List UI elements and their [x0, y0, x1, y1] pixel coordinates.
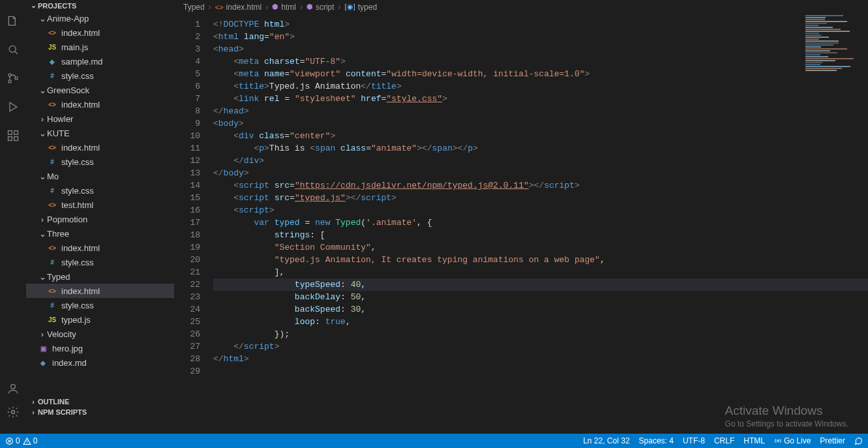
file-index-html[interactable]: <>index.html: [26, 97, 174, 112]
file-style-css[interactable]: #style.css: [26, 68, 174, 83]
search-icon[interactable]: [4, 40, 22, 59]
file-style-css[interactable]: #style.css: [26, 183, 174, 198]
svg-point-1: [8, 74, 11, 76]
status-bar: 0 0 Ln 22, Col 32 Spaces: 4 UTF-8 CRLF H…: [0, 434, 868, 448]
gutter: 1234567891011121314151617181920212223242…: [174, 14, 213, 432]
folder-three[interactable]: ⌄ Three: [26, 226, 174, 241]
go-live-button[interactable]: Go Live: [774, 436, 811, 445]
file-index-html[interactable]: <>index.html: [26, 25, 174, 40]
folder-velocity[interactable]: › Velocity: [26, 327, 174, 341]
activate-subtitle: Go to Settings to activate Windows.: [725, 419, 848, 428]
svg-point-8: [11, 384, 16, 389]
extensions-icon[interactable]: [4, 127, 22, 145]
svg-point-2: [8, 80, 11, 83]
file-index-html[interactable]: <>index.html: [26, 140, 174, 155]
chevron-right-icon: ›: [29, 408, 38, 416]
folder-mo[interactable]: ⌄ Mo: [26, 169, 174, 183]
file-style-css[interactable]: #style.css: [26, 255, 174, 269]
file-style-css[interactable]: #style.css: [26, 298, 174, 312]
activity-bar: [0, 0, 26, 432]
explorer-sidebar: ⌄ PROJECTS ⌄ Anime-App<>index.htmlJSmain…: [26, 0, 174, 432]
editor-area: Typed›<>index.html›⬢html›⬢script›[◉]type…: [174, 0, 868, 432]
breadcrumb-item[interactable]: ⬢script: [307, 3, 335, 12]
file-main-js[interactable]: JSmain.js: [26, 40, 174, 54]
code-view[interactable]: <!DOCTYPE html><html lang="en"><head> <m…: [213, 14, 868, 432]
folder-greensock[interactable]: ⌄ GreenSock: [26, 83, 174, 97]
projects-label: PROJECTS: [38, 2, 76, 10]
file-test-html[interactable]: <>test.html: [26, 198, 174, 212]
svg-point-11: [777, 440, 779, 442]
file-typed-js[interactable]: JStyped.js: [26, 312, 174, 327]
svg-rect-6: [8, 137, 12, 141]
breadcrumb-item[interactable]: [◉]typed: [345, 3, 377, 12]
chevron-right-icon: ›: [29, 398, 38, 406]
breadcrumb-item[interactable]: ⬢html: [272, 3, 296, 12]
npm-scripts-label: NPM SCRIPTS: [38, 408, 87, 416]
svg-point-9: [12, 411, 15, 414]
editor-body[interactable]: 1234567891011121314151617181920212223242…: [174, 14, 868, 432]
breadcrumb-item[interactable]: Typed: [183, 3, 205, 12]
files-icon[interactable]: [4, 12, 22, 30]
minimap[interactable]: [803, 14, 868, 145]
file-tree: ⌄ Anime-App<>index.htmlJSmain.js◆sample.…: [26, 11, 174, 370]
chevron-down-icon: ⌄: [29, 1, 38, 10]
folder-anime-app[interactable]: ⌄ Anime-App: [26, 11, 174, 25]
warnings-indicator[interactable]: 0: [23, 436, 38, 445]
file-hero-jpg[interactable]: ▣hero.jpg: [26, 341, 174, 355]
outline-panel-header[interactable]: ›OUTLINE: [26, 396, 174, 407]
file-index-html[interactable]: <>index.html: [26, 284, 174, 298]
svg-rect-7: [14, 137, 18, 141]
account-icon[interactable]: [4, 380, 22, 398]
svg-point-0: [9, 46, 16, 52]
activate-title: Activate Windows: [725, 404, 848, 418]
outline-label: OUTLINE: [38, 398, 69, 406]
cursor-position[interactable]: Ln 22, Col 32: [583, 436, 629, 445]
breadcrumb-item[interactable]: <>index.html: [215, 3, 262, 12]
feedback-icon[interactable]: [854, 437, 863, 445]
svg-rect-4: [8, 131, 12, 135]
encoding[interactable]: UTF-8: [683, 436, 705, 445]
file-index-html[interactable]: <>index.html: [26, 241, 174, 255]
projects-panel-header[interactable]: ⌄ PROJECTS: [26, 0, 174, 11]
folder-typed[interactable]: ⌄ Typed: [26, 269, 174, 284]
language-mode[interactable]: HTML: [743, 436, 765, 445]
prettier-button[interactable]: Prettier: [820, 436, 845, 445]
run-debug-icon[interactable]: [4, 98, 22, 116]
eol[interactable]: CRLF: [714, 436, 734, 445]
breadcrumbs[interactable]: Typed›<>index.html›⬢html›⬢script›[◉]type…: [174, 0, 868, 14]
folder-howler[interactable]: › Howler: [26, 112, 174, 126]
source-control-icon[interactable]: [4, 69, 22, 87]
folder-popmotion[interactable]: › Popmotion: [26, 212, 174, 226]
file-style-css[interactable]: #style.css: [26, 155, 174, 169]
folder-kute[interactable]: ⌄ KUTE: [26, 126, 174, 140]
file-sample-md[interactable]: ◆sample.md: [26, 54, 174, 68]
file-index-md[interactable]: ◆index.md: [26, 355, 174, 370]
errors-indicator[interactable]: 0: [5, 436, 20, 445]
svg-point-3: [15, 77, 18, 80]
settings-gear-icon[interactable]: [4, 403, 22, 421]
indentation[interactable]: Spaces: 4: [639, 436, 674, 445]
npm-scripts-panel-header[interactable]: ›NPM SCRIPTS: [26, 407, 174, 417]
svg-rect-5: [14, 131, 18, 135]
activate-windows-overlay: Activate Windows Go to Settings to activ…: [725, 404, 848, 428]
